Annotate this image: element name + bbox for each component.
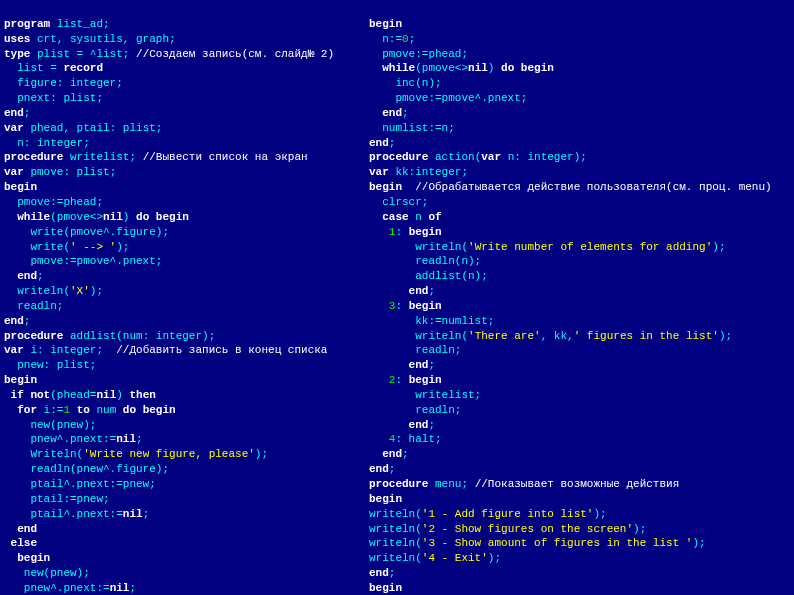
- code-column-left: program list_ad; uses crt, sysutils, gra…: [4, 2, 369, 595]
- comment-5: //Показывает возможные действия: [475, 478, 680, 490]
- code-editor: program list_ad; uses crt, sysutils, gra…: [0, 0, 794, 595]
- comment-1: //Создаем запись(см. слайд№ 2): [136, 48, 334, 60]
- code-column-right: begin n:=0; pmove:=phead; while(pmove<>n…: [369, 2, 790, 595]
- comment-3: //Добавить запись в конец списка: [116, 344, 327, 356]
- comment-4: //Обрабатывается действие пользователя(с…: [415, 181, 771, 193]
- comment-2: //Вывести список на экран: [143, 151, 308, 163]
